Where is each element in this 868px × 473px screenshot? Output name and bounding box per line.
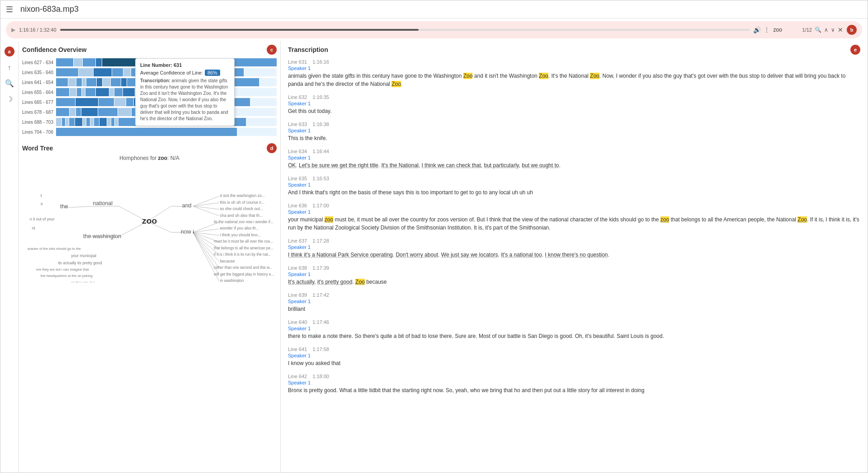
close-search-button[interactable]: ✕ [838, 26, 843, 33]
line-num: Line 635 [288, 176, 307, 181]
speaker-label: Speaker 1 [288, 182, 860, 187]
rt-13: will get the biggest play in history e..… [213, 272, 274, 276]
left-s: s [41, 201, 43, 206]
speaker-label: Speaker 1 [288, 380, 860, 385]
left-f: f [41, 193, 42, 198]
time-stamp: 1:16:35 [312, 94, 329, 100]
transcript-text: It's actually, it's pretty good. Zoo bec… [288, 279, 387, 285]
play-button[interactable]: ▶ [11, 27, 15, 33]
transcript-text: brilliant [288, 306, 305, 312]
speaker-label: Speaker 1 [288, 101, 860, 106]
confidence-title: Confidence Overview [22, 46, 86, 53]
transcript-meta: Line 633 1:16:38 [288, 122, 860, 127]
transcript-text: your municipal zoo must be, it must be a… [288, 216, 859, 231]
audio-player: ▶ 1:16:16 / 1:32:40 🔊 ⋮ 1/12 🔍 ∧ ∨ ✕ b [6, 21, 862, 38]
time-stamp: 1:17:46 [312, 319, 329, 325]
time-stamp: 1:17:42 [312, 292, 329, 298]
speaker-label: Speaker 1 [288, 128, 860, 133]
time-stamp: 1:16:53 [312, 176, 329, 181]
search-input[interactable] [774, 27, 801, 33]
speaker-label: Speaker 1 [288, 66, 860, 71]
left-ere-they: ere they are but i can imagine that [36, 267, 89, 272]
e-badge: e [850, 45, 860, 55]
chart-label: Lines 627 - 634 [22, 60, 56, 65]
confidence-chart[interactable]: Lines 627 - 634 [22, 58, 277, 136]
transcript-meta: Line 638 1:17:39 [288, 265, 860, 271]
transcript-line-631: Line 631 1:16:16 Speaker 1 animals given… [288, 59, 860, 88]
confidence-section: Confidence Overview c Lines 627 - 634 [22, 45, 277, 138]
transcript-meta: Line 640 1:17:46 [288, 319, 860, 325]
transcript-line-642: Line 642 1:18:00 Speaker 1 Bronx is pret… [288, 374, 860, 394]
left-node-washington: the washington [83, 233, 121, 239]
chart-label: Lines 655 - 664 [22, 90, 56, 95]
page-title: nixon-683a.mp3 [20, 5, 79, 14]
chart-label: Lines 641 - 654 [22, 80, 56, 85]
left-nt: nt [32, 226, 36, 230]
sidebar: a ↑ 🔍 ☽ [0, 41, 19, 473]
search-up-button[interactable]: ∧ [823, 27, 829, 33]
transcript-line-635: Line 635 1:16:53 Speaker 1 And I think t… [288, 176, 860, 197]
bar-container [56, 128, 277, 136]
svg-line-2 [65, 206, 97, 207]
search-down-button[interactable]: ∨ [830, 27, 836, 33]
transcript-text[interactable]: animals given the state gifts in this ce… [288, 73, 845, 87]
search-prev-button[interactable]: 🔍 [814, 27, 822, 33]
chart-label: Lines 635 - 640 [22, 70, 56, 75]
left-panel: Confidence Overview c Lines 627 - 634 [19, 41, 281, 473]
tooltip-avg-value: 86% [205, 70, 220, 76]
transcript-line-636: Line 636 1:17:00 Speaker 1 your municipa… [288, 203, 860, 232]
chart-label: Lines 688 - 703 [22, 120, 56, 125]
chart-label: Lines 704 - 706 [22, 130, 56, 135]
time-display: 1:16:16 / 1:32:40 [19, 27, 57, 33]
line-num: Line 642 [288, 374, 307, 379]
progress-bar[interactable] [60, 29, 750, 31]
search-icon[interactable]: 🔍 [5, 79, 14, 88]
svg-line-8 [193, 203, 219, 206]
upload-icon[interactable]: ↑ [8, 64, 11, 72]
c-badge: c [267, 45, 277, 55]
line-num: Line 636 [288, 203, 307, 208]
time-stamp: 1:16:44 [312, 149, 329, 154]
moon-icon[interactable]: ☽ [6, 95, 13, 103]
transcript-text: there to make a note there. So there's q… [288, 333, 664, 339]
rt-12: rather than one second and this w... [214, 266, 272, 270]
transcript-meta: Line 632 1:16:35 [288, 94, 860, 100]
speaker-label: Speaker 1 [288, 272, 860, 277]
d-badge: d [267, 143, 277, 153]
transcript-text: This is the knife. [288, 135, 327, 141]
line-num: Line 639 [288, 292, 307, 298]
transcript-meta: Line 639 1:17:42 [288, 292, 860, 298]
line-num: Line 638 [288, 265, 307, 271]
transcript-meta: Line 642 1:18:00 [288, 374, 860, 379]
rt-11: because [220, 259, 235, 263]
transcript-meta: Line 635 1:16:53 [288, 176, 860, 181]
time-stamp: 1:17:00 [312, 203, 329, 208]
transcript-text: I think it's a National Park Service ope… [288, 252, 609, 258]
speaker-label: Speaker 1 [288, 155, 860, 160]
chart-row-704: Lines 704 - 706 [22, 128, 277, 136]
progress-fill [60, 29, 419, 31]
chart-label: Lines 665 - 677 [22, 100, 56, 105]
line-num: Line 637 [288, 238, 307, 244]
time-stamp: 1:17:58 [312, 347, 329, 352]
menu-icon[interactable]: ☰ [6, 5, 13, 14]
word-tree-section: Word Tree d Homphones for zoo: N/A [22, 143, 277, 469]
time-stamp: 1:17:28 [312, 238, 329, 244]
a-badge: a [5, 47, 14, 56]
svg-line-14 [193, 229, 219, 233]
line-num: Line 641 [288, 347, 307, 352]
homophones-word: zoo [158, 155, 168, 161]
transcript-meta: Line 634 1:16:44 [288, 149, 860, 154]
transcript-text: Get this out today. [288, 108, 332, 114]
rt-7: i think you should kno... [220, 233, 261, 237]
transcription-title: Transcription [288, 46, 328, 53]
b-badge: b [847, 25, 857, 35]
volume-icon[interactable]: 🔊 [753, 26, 761, 33]
transcript-line-638: Line 638 1:17:39 Speaker 1 It's actually… [288, 265, 860, 286]
more-options-icon[interactable]: ⋮ [764, 26, 770, 33]
word-tree-visualization[interactable]: zoo the national the washington f s n it… [22, 165, 277, 282]
time-stamp: 1:16:16 [312, 59, 329, 65]
confidence-tooltip: Line Number: 631 Average Confidence of L… [135, 58, 235, 126]
line-num: Line 632 [288, 94, 307, 100]
time-stamp: 1:18:00 [312, 374, 329, 379]
